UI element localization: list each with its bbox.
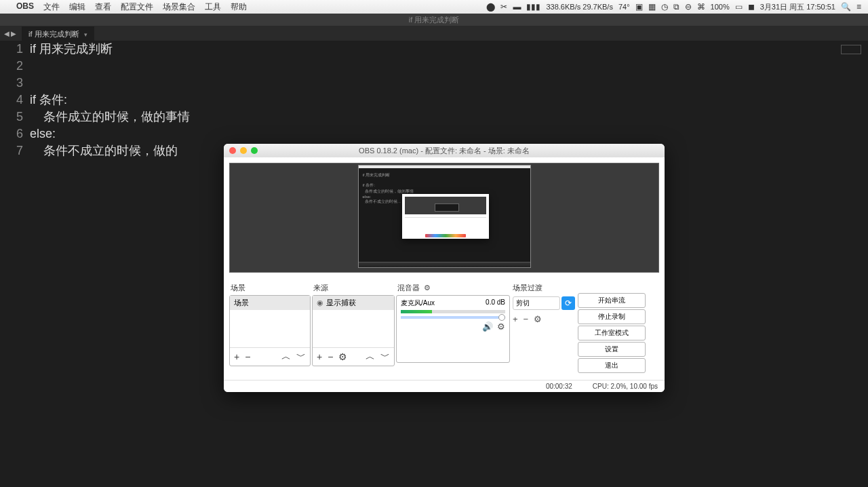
gear-icon[interactable]: ⚙	[534, 314, 542, 324]
menu-profile[interactable]: 配置文件	[121, 1, 153, 13]
disk-icon[interactable]: ▬	[513, 2, 521, 12]
menu-file[interactable]: 文件	[43, 1, 60, 13]
menu-scene[interactable]: 场景集合	[163, 1, 195, 13]
chevron-down-icon[interactable]: ▾	[84, 31, 87, 38]
obs-statusbar: 00:00:32 CPU: 2.0%, 10.00 fps	[224, 380, 665, 392]
editor-title-text: if 用来完成判断	[409, 15, 460, 25]
add-button[interactable]: +	[513, 314, 518, 324]
tab-label: if 用来完成判断	[28, 30, 79, 38]
temp: 74°	[618, 3, 630, 11]
channel-name: 麦克风/Aux	[401, 298, 435, 308]
editor-tabbar: ◀ ▶ if 用来完成判断 ▾	[0, 26, 868, 41]
source-label: 显示捕获	[326, 298, 356, 307]
move-down-icon[interactable]: ﹀	[296, 351, 306, 363]
move-up-icon[interactable]: ︿	[366, 351, 375, 363]
battery-icon[interactable]: ▭	[735, 2, 743, 12]
obs-window-title: OBS 0.18.2 (mac) - 配置文件: 未命名 - 场景: 未命名	[224, 146, 665, 156]
lineno: 6	[0, 125, 30, 142]
app-name[interactable]: OBS	[16, 1, 34, 13]
editor-tab[interactable]: if 用来完成判断 ▾	[22, 26, 94, 42]
bars-icon[interactable]: ▮▮▮	[526, 2, 540, 12]
gear-icon[interactable]: ⚙	[497, 322, 505, 332]
scissors-icon[interactable]: ✂	[500, 2, 507, 12]
add-button[interactable]: +	[234, 351, 239, 362]
mixer-panel: 混音器⚙ 麦克风/Aux 0.0 dB 🔊 ⚙	[396, 281, 510, 374]
controls-header	[578, 281, 646, 293]
controls-panel: 开始串流 停止录制 工作室模式 设置 退出	[578, 281, 646, 374]
obs-preview[interactable]: if 用来完成判断if 条件: 条件成立的时候，做的事情else: 条件不成立的…	[229, 163, 659, 273]
search-icon[interactable]: 🔍	[841, 2, 851, 12]
mixer-label: 混音器	[397, 283, 420, 293]
menu-view[interactable]: 查看	[95, 1, 111, 13]
close-icon[interactable]	[229, 147, 236, 154]
record-time: 00:00:32	[546, 383, 572, 390]
remove-button[interactable]: −	[524, 314, 529, 324]
scenes-list[interactable]: 场景	[230, 296, 310, 347]
lang-icon[interactable]: ◼	[748, 2, 755, 12]
mixer-channel: 麦克风/Aux 0.0 dB 🔊 ⚙	[397, 296, 509, 334]
datetime: 3月31日 周五 17:50:51	[760, 2, 835, 12]
tray-icon3[interactable]: ◷	[661, 2, 668, 12]
lineno: 5	[0, 109, 30, 125]
audio-meter	[401, 310, 505, 313]
menubar-right: ⬤ ✂ ▬ ▮▮▮ 338.6KB/s 29.7KB/s 74° ▣ ▦ ◷ ⧉…	[486, 2, 861, 12]
channel-db: 0.0 dB	[486, 298, 505, 308]
status-icon[interactable]: ⬤	[486, 2, 495, 12]
nav-arrows: ◀ ▶	[4, 30, 16, 37]
code-line: if 用来完成判断	[30, 41, 113, 58]
menubar-left: OBS 文件 编辑 查看 配置文件 场景集合 工具 帮助	[7, 1, 247, 13]
code-line: 条件不成立的时候，做的	[30, 142, 178, 159]
minimap[interactable]	[841, 45, 861, 54]
gear-icon[interactable]: ⚙	[338, 351, 347, 362]
sources-panel: 来源 ◉显示捕获 + − ⚙ ︿ ﹀	[312, 281, 395, 374]
tray-icon[interactable]: ▣	[635, 2, 643, 12]
sources-list[interactable]: ◉显示捕获	[313, 296, 394, 347]
remove-button[interactable]: −	[245, 351, 250, 362]
menu-edit[interactable]: 编辑	[69, 1, 85, 13]
stop-record-button[interactable]: 停止录制	[578, 309, 646, 324]
gear-icon[interactable]: ⚙	[424, 284, 431, 292]
obs-titlebar[interactable]: OBS 0.18.2 (mac) - 配置文件: 未命名 - 场景: 未命名	[224, 144, 665, 157]
eye-icon[interactable]: ◉	[317, 298, 323, 307]
exit-button[interactable]: 退出	[578, 358, 646, 373]
mixer-header: 混音器⚙	[396, 281, 510, 295]
nav-back-icon[interactable]: ◀	[4, 30, 9, 37]
scene-item[interactable]: 场景	[230, 296, 310, 310]
move-down-icon[interactable]: ﹀	[380, 351, 390, 363]
settings-button[interactable]: 设置	[578, 342, 646, 357]
obs-control-area: 场景 场景 + − ︿ ﹀ 来源 ◉显示捕获	[224, 278, 665, 380]
studio-mode-button[interactable]: 工作室模式	[578, 326, 646, 340]
nav-fwd-icon[interactable]: ▶	[11, 30, 16, 37]
bluetooth-icon[interactable]: ⌘	[697, 2, 705, 12]
lineno: 4	[0, 92, 30, 109]
add-button[interactable]: +	[317, 351, 322, 362]
start-stream-button[interactable]: 开始串流	[578, 293, 646, 308]
net-speed: 338.6KB/s 29.7KB/s	[546, 3, 612, 11]
sources-header: 来源	[312, 281, 395, 295]
tray-icon4[interactable]: ⧉	[673, 2, 679, 12]
transition-config-button[interactable]: ⟳	[561, 296, 575, 310]
transition-select[interactable]: 剪切	[513, 296, 560, 310]
speaker-icon[interactable]: 🔊	[482, 322, 493, 332]
tray-icon2[interactable]: ▦	[648, 2, 656, 12]
minimize-icon[interactable]	[240, 147, 247, 154]
macos-menubar: OBS 文件 编辑 查看 配置文件 场景集合 工具 帮助 ⬤ ✂ ▬ ▮▮▮ 3…	[0, 0, 868, 14]
lineno: 7	[0, 142, 30, 159]
lineno: 1	[0, 41, 30, 58]
zoom-icon[interactable]	[251, 147, 258, 154]
wifi-icon[interactable]: ⊖	[685, 2, 692, 12]
preview-content: if 用来完成判断if 条件: 条件成立的时候，做的事情else: 条件不成立的…	[358, 165, 531, 268]
move-up-icon[interactable]: ︿	[281, 351, 291, 363]
notifications-icon[interactable]: ≡	[856, 2, 861, 12]
transitions-panel: 场景过渡 剪切 ⟳ + − ⚙	[511, 281, 576, 374]
volume-slider[interactable]	[401, 316, 505, 319]
menu-tools[interactable]: 工具	[205, 1, 221, 13]
remove-button[interactable]: −	[328, 351, 333, 362]
code-line: if 条件:	[30, 92, 67, 109]
scenes-header: 场景	[229, 281, 311, 295]
code-line: 条件成立的时候，做的事情	[30, 109, 190, 125]
window-controls	[229, 147, 258, 154]
source-item[interactable]: ◉显示捕获	[313, 296, 394, 310]
menu-help[interactable]: 帮助	[231, 1, 247, 13]
battery: 100%	[711, 3, 730, 11]
